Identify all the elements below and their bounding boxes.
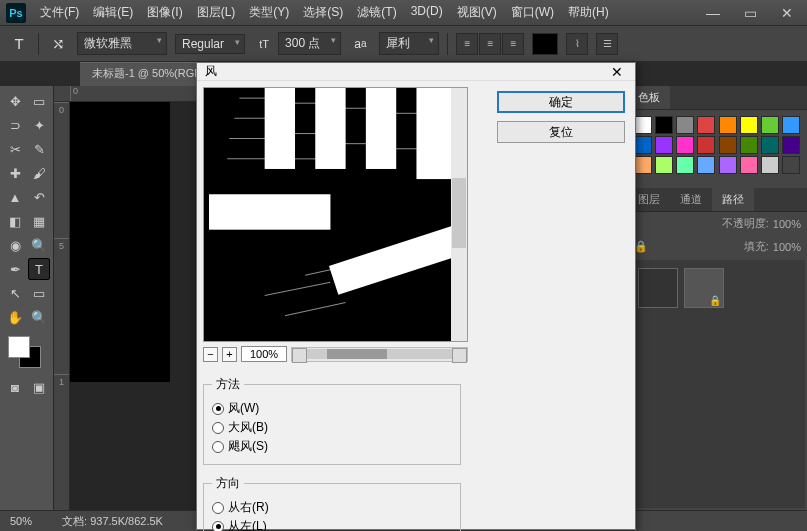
menu-view[interactable]: 视图(V): [451, 1, 503, 24]
fill-value[interactable]: 100%: [773, 241, 801, 253]
type-tool[interactable]: T: [28, 258, 50, 280]
menu-3d[interactable]: 3D(D): [405, 1, 449, 24]
preview-scrollbar[interactable]: [451, 88, 467, 341]
swatch[interactable]: [740, 156, 758, 174]
swatch[interactable]: [782, 116, 800, 134]
radio-from-right[interactable]: [212, 502, 224, 514]
radio-wind-label[interactable]: 风(W): [228, 400, 259, 417]
tab-channels[interactable]: 通道: [670, 188, 712, 211]
dialog-close-button[interactable]: ✕: [607, 64, 627, 80]
crop-tool[interactable]: ✂: [4, 138, 26, 160]
reset-button[interactable]: 复位: [497, 121, 625, 143]
swatch[interactable]: [655, 156, 673, 174]
opacity-value[interactable]: 100%: [773, 218, 801, 230]
radio-stagger[interactable]: [212, 441, 224, 453]
swatch[interactable]: [761, 136, 779, 154]
swatch[interactable]: [719, 116, 737, 134]
wand-tool[interactable]: ✦: [28, 114, 50, 136]
radio-stagger-label[interactable]: 飓风(S): [228, 438, 268, 455]
swatch[interactable]: [782, 156, 800, 174]
minimize-button[interactable]: —: [698, 5, 728, 21]
layer-thumb[interactable]: 🔒: [684, 268, 724, 308]
warp-text-button[interactable]: ⌇: [566, 33, 588, 55]
align-left-button[interactable]: ≡: [456, 33, 478, 55]
swatch[interactable]: [655, 136, 673, 154]
menu-file[interactable]: 文件(F): [34, 1, 85, 24]
shape-tool[interactable]: ▭: [28, 282, 50, 304]
font-style-dropdown[interactable]: Regular: [175, 34, 245, 54]
radio-wind[interactable]: [212, 403, 224, 415]
swatch[interactable]: [634, 116, 652, 134]
align-center-button[interactable]: ≡: [479, 33, 501, 55]
brush-tool[interactable]: 🖌: [28, 162, 50, 184]
menu-type[interactable]: 类型(Y): [243, 1, 295, 24]
hand-tool[interactable]: ✋: [4, 306, 26, 328]
swatch[interactable]: [697, 116, 715, 134]
swatch[interactable]: [676, 116, 694, 134]
foreground-swatch[interactable]: [8, 336, 30, 358]
zoom-level[interactable]: 50%: [10, 515, 32, 527]
zoom-tool[interactable]: 🔍: [28, 306, 50, 328]
menu-select[interactable]: 选择(S): [297, 1, 349, 24]
swatch[interactable]: [782, 136, 800, 154]
swatch[interactable]: [676, 156, 694, 174]
menu-layer[interactable]: 图层(L): [191, 1, 242, 24]
menu-edit[interactable]: 编辑(E): [87, 1, 139, 24]
menu-window[interactable]: 窗口(W): [505, 1, 560, 24]
healing-tool[interactable]: ✚: [4, 162, 26, 184]
swatch[interactable]: [676, 136, 694, 154]
maximize-button[interactable]: ▭: [736, 5, 765, 21]
history-brush-tool[interactable]: ↶: [28, 186, 50, 208]
swatch[interactable]: [634, 156, 652, 174]
marquee-tool[interactable]: ▭: [28, 90, 50, 112]
swatch[interactable]: [719, 156, 737, 174]
radio-blast-label[interactable]: 大风(B): [228, 419, 268, 436]
align-right-button[interactable]: ≡: [502, 33, 524, 55]
document-canvas[interactable]: [70, 102, 170, 382]
menu-help[interactable]: 帮助(H): [562, 1, 615, 24]
layers-list[interactable]: 🔒: [630, 260, 805, 508]
filter-preview[interactable]: [203, 87, 468, 342]
radio-from-left[interactable]: [212, 521, 224, 532]
tab-paths[interactable]: 路径: [712, 188, 754, 211]
close-window-button[interactable]: ✕: [773, 5, 801, 21]
swatch[interactable]: [740, 116, 758, 134]
orientation-icon[interactable]: ⤭: [47, 33, 69, 55]
radio-from-right-label[interactable]: 从右(R): [228, 499, 269, 516]
swatch[interactable]: [634, 136, 652, 154]
radio-from-left-label[interactable]: 从左(L): [228, 518, 267, 531]
preview-scroll-h[interactable]: [291, 347, 468, 362]
swatch[interactable]: [697, 156, 715, 174]
pen-tool[interactable]: ✒: [4, 258, 26, 280]
layer-thumb[interactable]: [638, 268, 678, 308]
swatch[interactable]: [655, 116, 673, 134]
character-panel-button[interactable]: ☰: [596, 33, 618, 55]
gradient-tool[interactable]: ▦: [28, 210, 50, 232]
dodge-tool[interactable]: 🔍: [28, 234, 50, 256]
screenmode-button[interactable]: ▣: [28, 376, 50, 398]
blur-tool[interactable]: ◉: [4, 234, 26, 256]
swatch[interactable]: [719, 136, 737, 154]
antialias-dropdown[interactable]: 犀利: [379, 32, 439, 55]
menu-image[interactable]: 图像(I): [141, 1, 188, 24]
lasso-tool[interactable]: ⊃: [4, 114, 26, 136]
quickmask-button[interactable]: ◙: [4, 376, 26, 398]
swatch[interactable]: [740, 136, 758, 154]
path-select-tool[interactable]: ↖: [4, 282, 26, 304]
swatch[interactable]: [697, 136, 715, 154]
menu-filter[interactable]: 滤镜(T): [351, 1, 402, 24]
swatch[interactable]: [761, 116, 779, 134]
zoom-in-button[interactable]: +: [222, 347, 237, 362]
text-color-swatch[interactable]: [532, 33, 558, 55]
preview-zoom-value[interactable]: 100%: [241, 346, 287, 362]
lock-icon[interactable]: 🔒: [634, 240, 648, 253]
swatch[interactable]: [761, 156, 779, 174]
radio-blast[interactable]: [212, 422, 224, 434]
ok-button[interactable]: 确定: [497, 91, 625, 113]
eyedropper-tool[interactable]: ✎: [28, 138, 50, 160]
color-swatches[interactable]: [4, 336, 50, 374]
move-tool[interactable]: ✥: [4, 90, 26, 112]
eraser-tool[interactable]: ◧: [4, 210, 26, 232]
font-family-dropdown[interactable]: 微软雅黑: [77, 32, 167, 55]
font-size-dropdown[interactable]: 300 点: [278, 32, 341, 55]
